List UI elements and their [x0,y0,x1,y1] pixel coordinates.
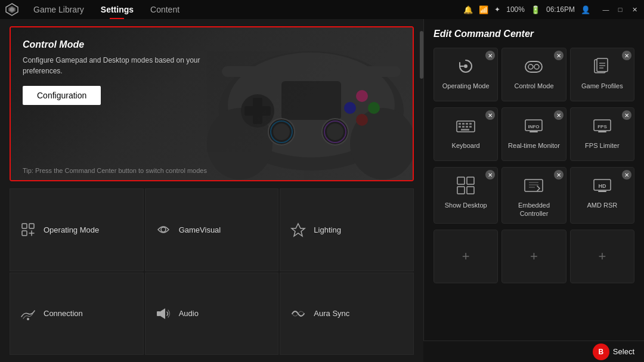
cmd-label-keyboard: Keyboard [452,141,480,150]
cmd-item-realtime-monitor[interactable]: ✕ INFO Real-time Monitor [501,107,566,161]
notification-icon[interactable]: 🔔 [463,5,473,14]
user-icon[interactable]: 👤 [581,5,590,14]
svg-rect-42 [466,123,468,125]
quick-label-lighting: Lighting [314,225,341,234]
cmd-remove-embedded-controller[interactable]: ✕ [554,170,564,180]
svg-rect-31 [525,61,542,72]
cmd-icon-realtime-monitor: INFO [522,114,546,138]
cmd-grid-row3: ✕ Show Desktop ✕ [434,167,634,224]
quick-item-aura-sync[interactable]: Aura Sync [280,273,414,355]
bottom-bar: B Select [423,341,644,362]
svg-point-11 [356,90,368,102]
cmd-grid-row1: ✕ Operating Mode ✕ [434,48,634,101]
hero-tip: Tip: Press the Command Center button to … [23,167,207,174]
cmd-icon-embedded-controller [522,174,546,197]
svg-rect-22 [347,66,401,77]
cmd-remove-realtime-monitor[interactable]: ✕ [554,110,564,120]
tab-game-library[interactable]: Game Library [26,2,91,17]
svg-rect-56 [467,177,474,184]
cmd-item-embedded-controller[interactable]: ✕ Embedded Controller [501,167,566,224]
hero-content: Control Mode Configure Gamepad and Deskt… [23,39,225,105]
titlebar-left: Game Library Settings Content [5,2,187,17]
quick-item-connection[interactable]: Connection [10,273,144,355]
cmd-grid-row2: ✕ Keyboard [434,107,634,161]
cmd-add-button-3[interactable]: + [570,230,634,283]
cmd-remove-fps-limiter[interactable]: ✕ [622,110,631,120]
close-button[interactable]: ✕ [630,5,639,14]
cmd-label-realtime-monitor: Real-time Monitor [508,141,560,150]
scrollbar[interactable] [420,19,423,362]
controller-image [204,33,414,181]
cmd-add-button-2[interactable]: + [501,230,566,283]
cmd-remove-game-profiles[interactable]: ✕ [622,51,631,60]
cmd-icon-keyboard [454,114,478,138]
connection-icon [20,305,36,322]
hero-banner: Control Mode Configure Gamepad and Deskt… [10,26,414,181]
battery-icon: 🔋 [531,5,540,14]
svg-point-32 [528,64,533,69]
cmd-item-operating-mode[interactable]: ✕ Operating Mode [434,48,498,101]
quick-item-operating-mode[interactable]: Operating Mode [10,188,144,271]
titlebar: Game Library Settings Content 🔔 📶 ✦ 100%… [0,0,644,19]
cmd-remove-amd-rsr[interactable]: ✕ [622,170,631,180]
cmd-remove-operating-mode[interactable]: ✕ [485,51,495,60]
maximize-button[interactable]: □ [615,5,625,14]
svg-rect-48 [461,129,469,131]
quick-item-gamevisual[interactable]: GameVisual [145,188,279,271]
cmd-label-control-mode: Control Mode [514,82,553,90]
quick-item-audio[interactable]: Audio [145,273,279,355]
select-label: Select [613,347,634,356]
quick-label-connection: Connection [44,309,83,318]
quick-label-audio: Audio [179,309,199,318]
hero-title: Control Mode [23,39,225,50]
clock: 06:16PM [546,5,575,14]
quick-label-aura-sync: Aura Sync [314,309,349,318]
cmd-label-fps-limiter: FPS Limiter [585,141,619,150]
quick-label-operating-mode: Operating Mode [44,225,99,234]
cmd-label-amd-rsr: AMD RSR [587,201,617,209]
cmd-icon-control-mode [522,54,546,78]
cmd-remove-show-desktop[interactable]: ✕ [485,170,495,180]
svg-rect-47 [469,126,472,128]
cmd-item-fps-limiter[interactable]: ✕ FPS FPS Limiter [570,107,634,161]
svg-rect-57 [457,187,465,194]
cmd-icon-operating-mode [454,54,478,78]
svg-rect-43 [469,123,472,125]
tab-settings[interactable]: Settings [94,2,141,17]
quick-item-lighting[interactable]: Lighting [280,188,414,271]
cmd-icon-game-profiles [590,54,614,78]
cmd-remove-keyboard[interactable]: ✕ [485,110,495,120]
scrollbar-thumb[interactable] [420,31,423,79]
tab-content[interactable]: Content [143,2,187,17]
cmd-icon-show-desktop [454,174,478,197]
cmd-label-embedded-controller: Embedded Controller [506,201,562,218]
wifi-icon: 📶 [479,5,488,14]
configuration-button[interactable]: Configuration [23,86,101,105]
cmd-label-operating-mode: Operating Mode [442,82,490,90]
cmd-item-show-desktop[interactable]: ✕ Show Desktop [434,167,498,224]
quick-label-gamevisual: GameVisual [179,225,221,234]
svg-rect-55 [457,177,465,184]
battery-status: 100% [506,5,525,14]
minimize-button[interactable]: — [601,5,611,14]
svg-rect-41 [462,123,465,125]
svg-rect-7 [281,81,341,120]
svg-point-28 [27,318,29,320]
cmd-remove-control-mode[interactable]: ✕ [554,51,564,60]
svg-rect-25 [22,231,27,236]
quick-menu-grid: Operating Mode GameVisual [10,188,414,355]
panel-title: Edit Command Center [434,29,634,39]
cmd-item-control-mode[interactable]: ✕ Control Mode [501,48,566,101]
cmd-item-keyboard[interactable]: ✕ Keyboard [434,107,498,161]
svg-rect-44 [459,126,461,128]
cmd-icon-fps-limiter: FPS [590,114,614,138]
left-panel: Control Mode Configure Gamepad and Deskt… [0,19,423,362]
cmd-item-amd-rsr[interactable]: ✕ HD AMD RSR [570,167,634,224]
cmd-item-game-profiles[interactable]: ✕ Game Profiles [570,48,634,101]
svg-rect-58 [467,187,474,194]
svg-text:INFO: INFO [528,124,540,129]
gamevisual-icon [155,221,172,238]
bluetooth-icon: ✦ [494,5,500,14]
cmd-add-button-1[interactable]: + [434,230,498,283]
svg-rect-24 [29,224,34,228]
